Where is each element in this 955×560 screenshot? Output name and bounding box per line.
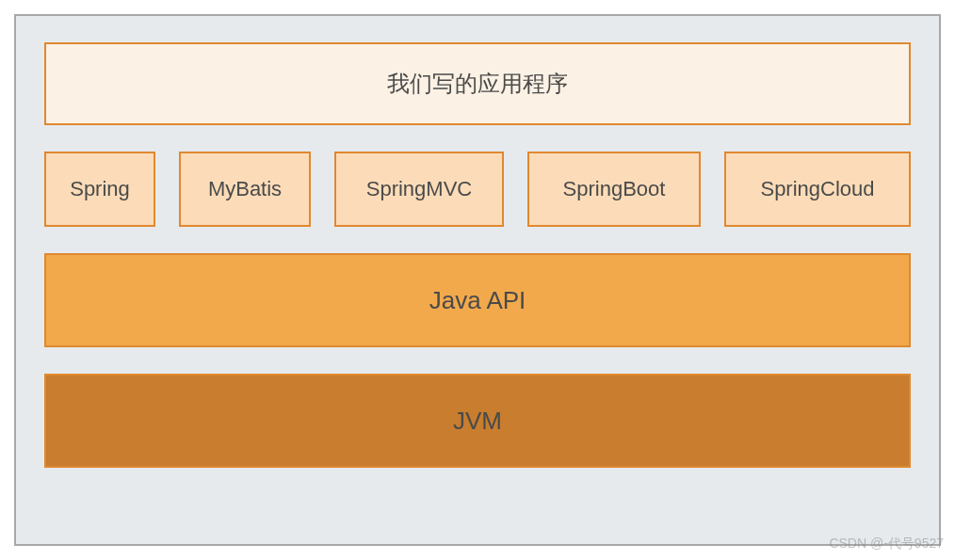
java-api-layer-box: Java API — [44, 253, 911, 347]
framework-box-mybatis: MyBatis — [179, 152, 311, 227]
application-layer-box: 我们写的应用程序 — [44, 42, 911, 125]
application-layer-label: 我们写的应用程序 — [387, 69, 568, 99]
framework-box-springboot: SpringBoot — [527, 152, 701, 227]
framework-box-spring: Spring — [44, 152, 155, 227]
framework-label: MyBatis — [208, 177, 282, 201]
architecture-diagram: 我们写的应用程序 Spring MyBatis SpringMVC Spring… — [14, 14, 941, 546]
framework-label: SpringMVC — [366, 177, 472, 201]
framework-box-springcloud: SpringCloud — [724, 152, 911, 227]
framework-label: SpringBoot — [563, 177, 666, 201]
java-api-layer-label: Java API — [429, 286, 526, 315]
framework-label: SpringCloud — [760, 177, 874, 201]
jvm-layer-box: JVM — [44, 374, 911, 468]
framework-box-springmvc: SpringMVC — [334, 152, 504, 227]
frameworks-row: Spring MyBatis SpringMVC SpringBoot Spri… — [44, 152, 911, 227]
jvm-layer-label: JVM — [453, 407, 502, 436]
framework-label: Spring — [70, 177, 130, 201]
watermark-text: CSDN @-代号9527 — [829, 536, 944, 552]
